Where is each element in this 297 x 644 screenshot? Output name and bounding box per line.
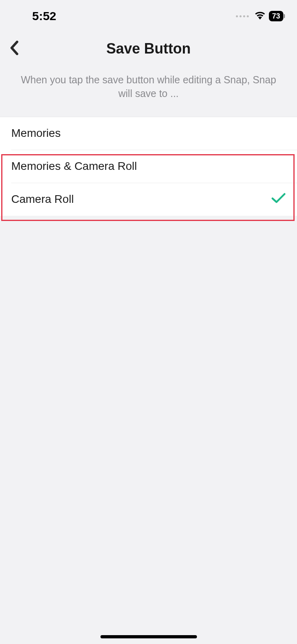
options-list: Memories Memories & Camera Roll Camera R… bbox=[0, 117, 297, 216]
back-button[interactable] bbox=[9, 41, 19, 57]
status-bar: 5:52 73 bbox=[0, 0, 297, 28]
option-memories-camera-roll[interactable]: Memories & Camera Roll bbox=[0, 150, 297, 183]
check-icon bbox=[271, 192, 286, 206]
wifi-icon bbox=[254, 11, 266, 21]
battery-icon: 73 bbox=[269, 11, 285, 21]
status-right: 73 bbox=[236, 11, 285, 21]
signal-dots-icon bbox=[236, 15, 249, 17]
option-label: Memories bbox=[11, 127, 61, 140]
page-description: When you tap the save button while editi… bbox=[0, 69, 297, 117]
option-label: Camera Roll bbox=[11, 193, 74, 206]
nav-header: Save Button bbox=[0, 28, 297, 69]
battery-level: 73 bbox=[269, 11, 283, 21]
option-memories[interactable]: Memories bbox=[0, 117, 297, 150]
page-title: Save Button bbox=[8, 40, 289, 57]
option-camera-roll[interactable]: Camera Roll bbox=[0, 183, 297, 216]
home-indicator[interactable] bbox=[100, 635, 197, 638]
option-label: Memories & Camera Roll bbox=[11, 160, 137, 173]
status-time: 5:52 bbox=[32, 9, 56, 23]
